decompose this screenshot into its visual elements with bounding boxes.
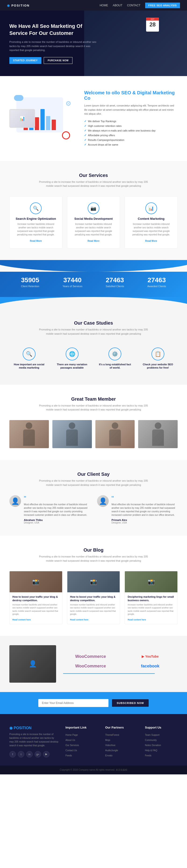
footer-col-1-title: Important Link: [66, 726, 98, 729]
content-read-more[interactable]: Read More: [145, 240, 157, 242]
cloud-icon: [14, 95, 24, 101]
nav-about[interactable]: ABOUT: [113, 4, 122, 7]
started-journey-button[interactable]: STARTED JOURNEY: [9, 57, 41, 64]
case-grid: 🔍 How important are social media marketi…: [9, 344, 178, 373]
social-twitter[interactable]: t: [18, 751, 24, 757]
team-subtitle: Promoting a site to increase the number …: [37, 404, 150, 412]
purchase-now-button[interactable]: PURCHASE NOW: [44, 57, 72, 64]
testimonial-role-2: Designer, USA: [112, 521, 178, 524]
content-desc: Increase number backlinks inbound anothe…: [129, 222, 173, 236]
footer-link-contact: Contact Us: [66, 748, 98, 752]
stats-content: 35905 Client Retention 37440 Years of Se…: [0, 272, 187, 297]
blog-post-1-title: How to boost your traffic your blog & de…: [12, 595, 60, 602]
case-card-2: 🌐 There are many variation passages avai…: [52, 344, 92, 373]
hero-buttons: STARTED JOURNEY PURCHASE NOW: [9, 57, 98, 64]
footer-link-home: Home Page: [66, 733, 98, 737]
testimonial-name-2: Primark Alex: [112, 519, 178, 521]
feature-item-4: Affordable pricing offers: [84, 133, 178, 137]
stat-years-services: 37440 Years of Services: [63, 276, 82, 288]
partner-woocommerce-1: WooCommerce: [63, 654, 118, 659]
team-member-2: [52, 420, 92, 448]
footer-partner-3: Videohive: [105, 743, 138, 747]
testimonial-text-2: Most effective silo Incraosan the number…: [112, 503, 178, 517]
blog-image-1: 📸: [9, 571, 62, 592]
partner-logos: WooCommerce ▶ YouTube WooCommerce facebo…: [63, 654, 178, 669]
blog-post-2-desc: Increase number backlinks and inbound an…: [70, 603, 117, 616]
footer-partner-4: AudioJungle: [105, 748, 138, 752]
testimonial-2: 👤 " Most effective silo Incraosan the nu…: [97, 495, 178, 524]
blog-grid: 📸 How to boost your traffic your blog & …: [9, 571, 178, 624]
blog-section: Our Blog Promoting a site to increase th…: [0, 536, 187, 636]
footer-partner-1: ThemeForest: [105, 733, 138, 737]
content-icon: 📊: [145, 203, 157, 214]
social-title: Social Media Development: [72, 217, 115, 220]
footer-col-3-title: Support Us: [145, 726, 178, 729]
stat-label-4: Awarded Clients: [147, 285, 166, 288]
stat-num-4: 27463: [147, 276, 166, 284]
footer-bottom: Copyright © 2016 Company name All rights…: [0, 766, 187, 774]
social-read-more[interactable]: Read More: [87, 240, 99, 242]
social-youtube[interactable]: ▶: [43, 751, 49, 757]
hero-description: Promoting a site to increase the number …: [9, 40, 98, 53]
seo-read-more[interactable]: Read More: [30, 240, 42, 242]
team-member-1: [9, 420, 49, 448]
stats-wave-top: [0, 260, 187, 272]
welcome-title: Welcome to ollo SEO & Digital Marketing …: [84, 90, 178, 101]
team-section: Great Team Member Promoting a site to in…: [0, 385, 187, 460]
magnifier-icon: [62, 131, 70, 140]
calendar-month: SEP: [146, 18, 159, 21]
social-facebook[interactable]: f: [9, 751, 16, 757]
case-studies-subtitle: Promoting a site to increase the number …: [37, 328, 150, 336]
footer-partners: Our Partners ThemeForest Mojo Videohive …: [105, 726, 138, 758]
case-icon-3: ⚙️: [108, 347, 121, 361]
services-section: Our Services Promoting a site to increas…: [0, 161, 187, 260]
subscribe-email-input[interactable]: [38, 699, 108, 707]
quote-mark-1: ": [24, 495, 90, 502]
calendar-day: 28: [146, 21, 159, 29]
social-linkedin[interactable]: in: [26, 751, 33, 757]
blog-post-2: 📸 How to boost your traffic your blog & …: [67, 571, 120, 624]
stat-awarded-clients: 27463 Awarded Clients: [147, 276, 166, 288]
service-card-social: 📷 Social Media Development Increase numb…: [67, 196, 120, 249]
testimonial-text-1: Most effective silo Incraosan the number…: [24, 503, 90, 517]
tablet-frame: 📊: [9, 109, 35, 128]
chart-bar-3: [35, 117, 39, 130]
navbar: ◉ POSITION HOME ABOUT CONTACT FREE SEO A…: [0, 0, 187, 10]
footer-support-2: Community: [145, 738, 178, 742]
case-icon-4: 📋: [151, 347, 164, 361]
services-title: Our Services: [9, 173, 178, 178]
footer: ◉ POSITION Promoting a site to increase …: [0, 714, 187, 766]
footer-col-2-title: Our Partners: [105, 726, 138, 729]
team-photo-2: [52, 420, 92, 448]
footer-brand-desc: Promoting a site to increase the number …: [9, 733, 59, 747]
nav-home[interactable]: HOME: [100, 4, 108, 7]
footer-logo: ◉ POSITION: [9, 726, 59, 730]
blog-post-1-readmore[interactable]: Read content here: [12, 619, 31, 621]
stat-num-1: 35905: [21, 276, 39, 284]
team-photo-1: [9, 420, 49, 448]
blog-post-2-readmore[interactable]: Read content here: [70, 619, 88, 621]
chart-bar-5: [46, 116, 50, 130]
hero-title: We Have All Seo Marketing Of Service For…: [9, 23, 98, 36]
testimonial-content-2: " Most effective silo Incraosan the numb…: [112, 495, 178, 524]
seo-icon: 🔍: [30, 203, 42, 214]
subscribe-section: SUBSCRIBED NOW: [0, 692, 187, 714]
partners-section: 👤 WooCommerce ▶ YouTube WooCommerce face…: [0, 636, 187, 692]
blog-post-3-desc: Increase number backlinks and inbound an…: [127, 603, 175, 616]
feature-list: We deliver Top Rankings High customer re…: [84, 119, 178, 147]
welcome-description: Lorem ipsum dolor sit amet, consectetur …: [84, 104, 178, 116]
social-googleplus[interactable]: g+: [35, 751, 41, 757]
seo-desc: Increase number backlinks inbound anothe…: [14, 222, 58, 236]
stat-client-retention: 35905 Client Retention: [21, 276, 39, 288]
subscribe-button[interactable]: SUBSCRIBED NOW: [112, 699, 149, 707]
stat-label-3: Satisfied Clients: [106, 285, 124, 288]
footer-support-4: Help & FAQ: [145, 748, 178, 752]
blog-post-3-readmore[interactable]: Read content here: [127, 619, 146, 621]
nav-contact[interactable]: CONTACT: [127, 4, 141, 7]
services-grid: 🔍 Search Engine Optimization Increase nu…: [9, 196, 178, 249]
case-studies-title: Our Case Studies: [9, 320, 178, 326]
feature-item-5: Results Campaogn/opumization: [84, 137, 178, 142]
welcome-illustration: 📊 ⚙: [9, 95, 75, 142]
stat-label-1: Client Retention: [21, 285, 39, 288]
nav-cta-button[interactable]: FREE SEO ANALYSIS: [145, 3, 180, 8]
